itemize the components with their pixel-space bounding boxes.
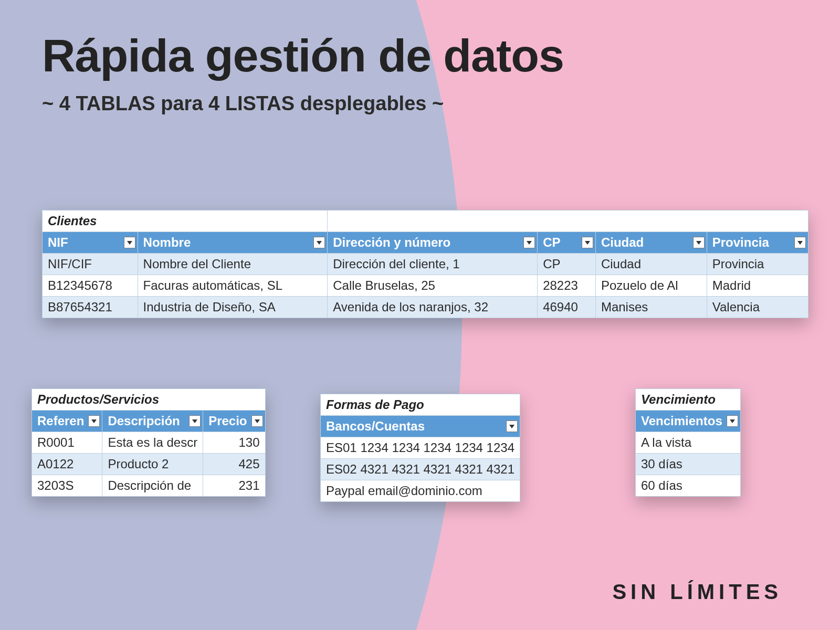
subtitle-listas: 4 LISTAS bbox=[208, 92, 295, 114]
subtitle-end: desplegables ~ bbox=[295, 92, 444, 114]
table-row: 60 días bbox=[636, 475, 741, 497]
table-title: Vencimiento bbox=[636, 389, 741, 411]
filter-icon[interactable] bbox=[189, 415, 201, 427]
table-row: 3203SDescripción de231 bbox=[32, 475, 266, 497]
table-productos: Productos/Servicios Referen Descripción … bbox=[32, 388, 266, 497]
col-nif[interactable]: NIF bbox=[43, 232, 138, 254]
col-direccion[interactable]: Dirección y número bbox=[328, 232, 538, 254]
table-row: A la vista bbox=[636, 432, 741, 454]
table-row: ES01 1234 1234 1234 1234 1234 bbox=[321, 437, 520, 459]
filter-icon[interactable] bbox=[251, 415, 263, 427]
table-row: ES02 4321 4321 4321 4321 4321 bbox=[321, 459, 520, 480]
subtitle-prefix: ~ bbox=[42, 92, 59, 114]
col-cp[interactable]: CP bbox=[538, 232, 596, 254]
table-row: A0122Producto 2425 bbox=[32, 454, 266, 475]
table-row: NIF/CIFNombre del ClienteDirección del c… bbox=[43, 254, 808, 275]
table-vencimiento: Vencimiento Vencimientos A la vista 30 d… bbox=[635, 388, 741, 497]
table-row: B87654321Industria de Diseño, SAAvenida … bbox=[43, 297, 808, 318]
filter-icon[interactable] bbox=[88, 415, 100, 427]
footer-tagline: SIN LÍMITES bbox=[612, 580, 782, 604]
table-title: Clientes bbox=[43, 211, 328, 232]
filter-icon[interactable] bbox=[693, 237, 705, 248]
subtitle-mid: para bbox=[155, 92, 208, 114]
page-title: Rápida gestión de datos bbox=[42, 32, 798, 80]
col-provincia[interactable]: Provincia bbox=[707, 232, 808, 254]
col-precio[interactable]: Precio bbox=[203, 411, 265, 432]
col-referencia[interactable]: Referen bbox=[32, 411, 102, 432]
table-clientes: Clientes NIF Nombre Dirección y número C… bbox=[42, 210, 808, 318]
filter-icon[interactable] bbox=[313, 237, 325, 248]
subtitle-tablas: 4 TABLAS bbox=[59, 92, 155, 114]
col-vencimientos[interactable]: Vencimientos bbox=[636, 411, 741, 432]
col-bancos[interactable]: Bancos/Cuentas bbox=[321, 416, 520, 437]
table-row: Paypal email@dominio.com bbox=[321, 480, 520, 502]
col-descripcion[interactable]: Descripción bbox=[102, 411, 203, 432]
filter-icon[interactable] bbox=[727, 415, 738, 427]
col-nombre[interactable]: Nombre bbox=[138, 232, 328, 254]
table-row: 30 días bbox=[636, 454, 741, 475]
filter-icon[interactable] bbox=[523, 237, 535, 248]
col-ciudad[interactable]: Ciudad bbox=[595, 232, 707, 254]
filter-icon[interactable] bbox=[794, 237, 806, 248]
filter-icon[interactable] bbox=[124, 237, 135, 248]
table-title: Formas de Pago bbox=[321, 394, 520, 416]
table-title: Productos/Servicios bbox=[32, 389, 266, 411]
table-row: R0001Esta es la descr130 bbox=[32, 432, 266, 454]
filter-icon[interactable] bbox=[506, 421, 518, 432]
filter-icon[interactable] bbox=[582, 237, 593, 248]
table-row: B12345678Facuras automáticas, SLCalle Br… bbox=[43, 275, 808, 297]
table-pagos: Formas de Pago Bancos/Cuentas ES01 1234 … bbox=[320, 394, 520, 502]
page-subtitle: ~ 4 TABLAS para 4 LISTAS desplegables ~ bbox=[42, 92, 798, 115]
